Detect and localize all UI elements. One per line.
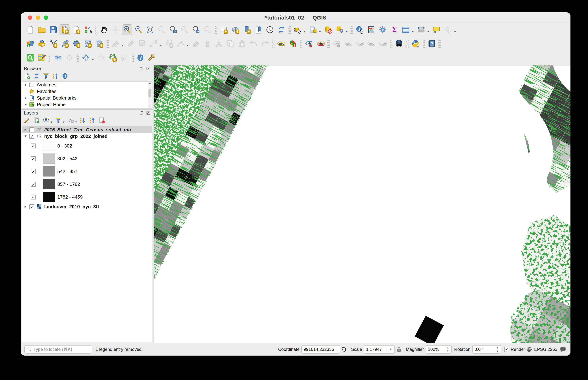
- select-features-by-value-dropdown-icon[interactable]: ▼: [318, 30, 322, 34]
- class-visibility-checkbox[interactable]: ✓: [31, 194, 36, 199]
- cut-features-icon[interactable]: [214, 38, 224, 49]
- new-print-layout-icon[interactable]: [71, 24, 82, 35]
- open-attribute-table-icon[interactable]: [400, 24, 411, 35]
- layers-close-button[interactable]: [146, 110, 151, 116]
- style-manager-icon[interactable]: [83, 24, 93, 35]
- vertex-tool-icon[interactable]: [175, 38, 186, 49]
- filter-legend-expression-dropdown-icon[interactable]: ▼: [75, 120, 77, 124]
- open-project-icon[interactable]: [37, 24, 47, 35]
- remove-layer-icon[interactable]: [98, 116, 106, 125]
- scroll-up-icon[interactable]: ▲: [148, 81, 152, 85]
- highlight-pinned-labels-icon[interactable]: [315, 38, 326, 49]
- project-layout-manager-icon[interactable]: [60, 24, 70, 35]
- expander-icon[interactable]: ▾: [23, 134, 28, 139]
- show-statistics-icon[interactable]: [389, 24, 399, 35]
- filter-browser-icon[interactable]: [42, 72, 50, 80]
- add-selected-layers-icon[interactable]: [23, 72, 31, 80]
- select-by-location-icon[interactable]: [335, 24, 345, 35]
- new-virtual-layer-icon[interactable]: [94, 38, 105, 49]
- zoom-last-icon[interactable]: [191, 24, 201, 35]
- layers-float-button[interactable]: [139, 110, 144, 116]
- paste-features-icon[interactable]: [237, 38, 247, 49]
- run-feature-action-icon[interactable]: [443, 24, 453, 35]
- new-map-view-icon[interactable]: [219, 24, 229, 35]
- crs-value[interactable]: EPSG:2263: [534, 347, 557, 352]
- new-spatialite-layer-icon[interactable]: [71, 38, 82, 49]
- legend-class-row[interactable]: ✓1782 - 4459: [22, 190, 152, 203]
- legend-class-row[interactable]: ✓857 - 1782: [22, 178, 152, 190]
- run-feature-action-dropdown-icon[interactable]: ▼: [453, 30, 457, 34]
- filter-legend-expression-icon[interactable]: [66, 116, 75, 125]
- deselect-features-icon[interactable]: [323, 24, 334, 35]
- vertex-tool-dropdown-icon[interactable]: ▼: [186, 44, 189, 47]
- select-by-location-dropdown-icon[interactable]: ▼: [345, 30, 348, 34]
- current-edits-icon[interactable]: [110, 38, 121, 49]
- plugin-identify-icon[interactable]: [135, 53, 146, 63]
- scale-dropdown-icon[interactable]: ▼: [387, 345, 395, 353]
- new-shapefile-layer-icon[interactable]: [48, 38, 59, 49]
- browser-close-button[interactable]: [146, 66, 151, 71]
- map-canvas[interactable]: [154, 65, 570, 343]
- expander-icon[interactable]: ▸: [23, 127, 28, 132]
- save-layer-edits-icon[interactable]: [137, 38, 148, 49]
- statistical-summary-icon[interactable]: [366, 24, 377, 35]
- zoom-next-icon[interactable]: [202, 24, 213, 35]
- class-visibility-checkbox[interactable]: ✓: [31, 169, 36, 174]
- rotation-spinbox[interactable]: 0.0 °▲▼: [472, 345, 501, 354]
- browser-item-project-home[interactable]: ▸Project Home: [22, 101, 152, 108]
- show-hide-labels-icon[interactable]: [343, 38, 354, 49]
- manage-map-themes-dropdown-icon[interactable]: ▼: [50, 120, 53, 124]
- class-visibility-checkbox[interactable]: ✓: [31, 182, 36, 187]
- layer-labeling-options-icon[interactable]: [276, 38, 287, 49]
- snapping-options-icon[interactable]: [53, 53, 63, 63]
- browser-scrollbar[interactable]: ▲ ▼: [148, 81, 152, 109]
- new-mesh-layer-icon[interactable]: [83, 38, 93, 49]
- legend-class-row[interactable]: ✓542 - 857: [22, 165, 152, 178]
- copy-features-icon[interactable]: [225, 38, 236, 49]
- messages-icon[interactable]: [560, 346, 566, 352]
- expander-icon[interactable]: ▸: [23, 102, 28, 107]
- delete-selected-icon[interactable]: [202, 38, 213, 49]
- zoom-full-extent-icon[interactable]: [145, 24, 155, 35]
- scale-combo[interactable]: 1:17947▼: [364, 345, 395, 354]
- modify-attributes-icon[interactable]: [191, 38, 201, 49]
- coordinate-value[interactable]: 991614,232336: [301, 345, 340, 354]
- locator-input[interactable]: [33, 347, 90, 352]
- toggle-editing-icon[interactable]: [126, 38, 136, 49]
- measure-line-icon[interactable]: [416, 24, 426, 35]
- select-features-dropdown-icon[interactable]: ▼: [303, 30, 306, 34]
- expander-icon[interactable]: ▸: [23, 204, 28, 209]
- temporal-controller-icon[interactable]: [265, 24, 275, 35]
- refresh-browser-icon[interactable]: [32, 72, 41, 80]
- identify-features-icon[interactable]: [355, 24, 365, 35]
- digitize-with-segment-dropdown-icon[interactable]: ▼: [159, 44, 163, 47]
- move-label-diagram-icon[interactable]: [355, 38, 365, 49]
- browser-float-button[interactable]: [139, 66, 144, 71]
- browser-item-favorites[interactable]: Favorites: [22, 88, 152, 95]
- render-checkbox[interactable]: ✓: [504, 347, 509, 352]
- magnifier-stepper[interactable]: ▲▼: [445, 346, 451, 353]
- new-geopackage-layer-icon[interactable]: [60, 38, 70, 49]
- pan-map-icon[interactable]: [99, 24, 109, 35]
- expander-icon[interactable]: ▸: [23, 82, 28, 87]
- zoom-to-layer-icon[interactable]: [168, 24, 178, 35]
- enable-tracing-dropdown-icon[interactable]: ▼: [91, 58, 94, 62]
- open-layer-styling-panel-icon[interactable]: [23, 116, 31, 125]
- class-visibility-checkbox[interactable]: ✓: [31, 144, 36, 149]
- add-group-icon[interactable]: [32, 116, 41, 125]
- class-visibility-checkbox[interactable]: ✓: [31, 156, 36, 161]
- show-spatial-bookmarks-icon[interactable]: [253, 24, 264, 35]
- lock-scale-icon[interactable]: [396, 346, 402, 352]
- filter-legend-dropdown-icon[interactable]: ▼: [63, 120, 65, 124]
- layer-diagram-options-icon[interactable]: [287, 38, 298, 49]
- change-label-properties-icon[interactable]: [378, 38, 388, 49]
- zoom-in-icon[interactable]: [122, 24, 132, 35]
- collapse-all-layers-icon[interactable]: [88, 116, 96, 125]
- pan-to-selection-icon[interactable]: [110, 24, 121, 35]
- add-wms-wmts-layer-icon[interactable]: [37, 38, 47, 49]
- open-attribute-table-dropdown-icon[interactable]: ▼: [411, 30, 414, 34]
- zoom-to-selection-icon[interactable]: [156, 24, 167, 35]
- quickmapservices-icon[interactable]: [37, 53, 47, 63]
- collapse-all-icon[interactable]: [51, 72, 60, 80]
- crs-globe-icon[interactable]: [526, 346, 532, 352]
